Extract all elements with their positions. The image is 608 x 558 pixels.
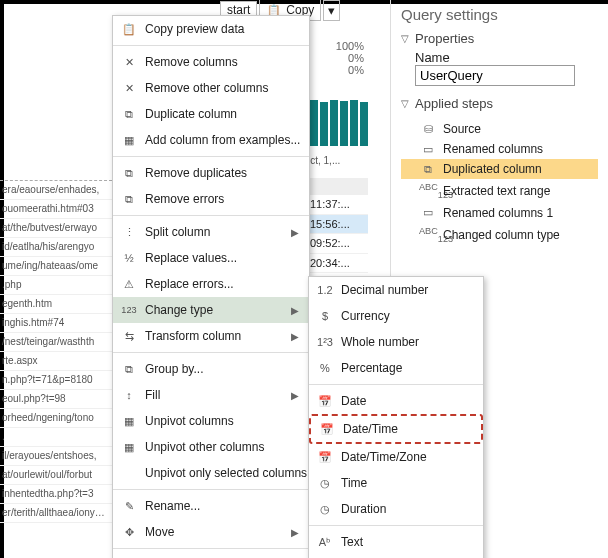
replace-icon: ½ bbox=[121, 250, 137, 266]
url-cell[interactable]: ume/ing/hateaas/ome bbox=[2, 257, 112, 276]
menu-unpivot[interactable]: ▦Unpivot columns bbox=[113, 408, 309, 434]
step-extracted[interactable]: ABC123Extracted text range bbox=[401, 179, 598, 203]
url-cell[interactable]: inghis.htm#74 bbox=[2, 314, 112, 333]
menu-move[interactable]: ✥Move▶ bbox=[113, 519, 309, 545]
url-cell[interactable]: inhentedtha.php?t=3 bbox=[2, 485, 112, 504]
menu-remove-errors[interactable]: ⧉Remove errors bbox=[113, 186, 309, 212]
step-source[interactable]: ⛁Source bbox=[401, 119, 598, 139]
step-renamed[interactable]: ▭Renamed columns bbox=[401, 139, 598, 159]
chevron-right-icon: ▶ bbox=[291, 527, 299, 538]
chevron-right-icon: ▶ bbox=[291, 331, 299, 342]
type-date[interactable]: 📅Date bbox=[309, 388, 483, 414]
menu-drill[interactable]: Drill down bbox=[113, 552, 309, 558]
menu-transform[interactable]: ⇆Transform column▶ bbox=[113, 323, 309, 349]
menu-change-type[interactable]: 123Change type▶ bbox=[113, 297, 309, 323]
rename-icon: ▭ bbox=[419, 143, 437, 156]
type-percentage[interactable]: %Percentage bbox=[309, 355, 483, 381]
type-time[interactable]: ◷Time bbox=[309, 470, 483, 496]
type-decimal[interactable]: 1.2Decimal number bbox=[309, 277, 483, 303]
url-cell[interactable]: ouomeerathi.htm#03 bbox=[2, 200, 112, 219]
copy-icon: 📋 bbox=[121, 21, 137, 37]
url-cell[interactable]: at/the/butvest/erwayo bbox=[2, 219, 112, 238]
type-submenu: 1.2Decimal number $Currency 1²3Whole num… bbox=[308, 276, 484, 558]
percent-icon: % bbox=[317, 360, 333, 376]
move-icon: ✥ bbox=[121, 524, 137, 540]
whole-icon: 1²3 bbox=[317, 334, 333, 350]
step-duplicated[interactable]: ⧉Duplicated column bbox=[401, 159, 598, 179]
rename-icon: ▭ bbox=[419, 206, 437, 219]
step-renamed2[interactable]: ▭Renamed columns 1 bbox=[401, 203, 598, 223]
properties-section[interactable]: ▽Properties bbox=[401, 31, 598, 46]
source-icon: ⛁ bbox=[419, 123, 437, 136]
datetime-icon: 📅 bbox=[319, 421, 335, 437]
mini-stats: 100% 0% 0% bbox=[308, 40, 364, 76]
type-datetime[interactable]: 📅Date/Time bbox=[309, 414, 483, 444]
distribution-label: ict, 1,... bbox=[308, 155, 340, 166]
chevron-right-icon: ▶ bbox=[291, 390, 299, 401]
url-cell[interactable]: era/eaourse/enhades, bbox=[2, 181, 112, 200]
context-menu: 📋Copy preview data ✕Remove columns ✕Remo… bbox=[112, 15, 310, 558]
type-text[interactable]: AᵇText bbox=[309, 529, 483, 555]
url-cell[interactable]: n.php?t=71&p=8180 bbox=[2, 371, 112, 390]
extract-icon: ABC123 bbox=[419, 182, 437, 200]
duration-icon: ◷ bbox=[317, 501, 333, 517]
rename-icon: ✎ bbox=[121, 498, 137, 514]
url-column: era/eaourse/enhades,ouomeerathi.htm#03at… bbox=[2, 180, 112, 558]
currency-icon: $ bbox=[317, 308, 333, 324]
menu-replace-values[interactable]: ½Replace values... bbox=[113, 245, 309, 271]
type-currency[interactable]: $Currency bbox=[309, 303, 483, 329]
url-cell[interactable]: eoul.php?t=98 bbox=[2, 390, 112, 409]
type-icon: 123 bbox=[121, 302, 137, 318]
menu-copy-preview[interactable]: 📋Copy preview data bbox=[113, 16, 309, 42]
menu-remove-other[interactable]: ✕Remove other columns bbox=[113, 75, 309, 101]
datetz-icon: 📅 bbox=[317, 449, 333, 465]
url-cell[interactable]: .php bbox=[2, 276, 112, 295]
menu-unpivot-other[interactable]: ▦Unpivot other columns bbox=[113, 434, 309, 460]
url-cell[interactable]: . bbox=[2, 428, 112, 447]
url-cell[interactable]: orheed/ngening/tono bbox=[2, 409, 112, 428]
url-cell[interactable]: er/terith/allthaea/ionyouarewa/ bbox=[2, 504, 112, 523]
decimal-icon: 1.2 bbox=[317, 282, 333, 298]
url-cell[interactable]: id/eatlha/his/arengyo bbox=[2, 238, 112, 257]
duplicate-icon: ⧉ bbox=[121, 106, 137, 122]
menu-split[interactable]: ⋮Split column▶ bbox=[113, 219, 309, 245]
type-duration[interactable]: ◷Duration bbox=[309, 496, 483, 522]
split-icon: ⋮ bbox=[121, 224, 137, 240]
step-changed-type[interactable]: ABC123Changed column type bbox=[401, 223, 598, 247]
transform-icon: ⇆ bbox=[121, 328, 137, 344]
url-cell[interactable]: /nest/teingar/wasthth bbox=[2, 333, 112, 352]
replace-err-icon: ⚠ bbox=[121, 276, 137, 292]
url-cell[interactable]: il/erayoues/entshoes, bbox=[2, 447, 112, 466]
menu-group[interactable]: ⧉Group by... bbox=[113, 356, 309, 382]
timestamp-column: 11:37:... 15:56:... 09:52:... 20:34:... bbox=[308, 178, 368, 273]
copy-dropdown[interactable]: ▾ bbox=[323, 2, 340, 21]
applied-steps-section[interactable]: ▽Applied steps bbox=[401, 96, 598, 111]
type-whole[interactable]: 1²3Whole number bbox=[309, 329, 483, 355]
duplicate-icon: ⧉ bbox=[419, 163, 437, 176]
chevron-right-icon: ▶ bbox=[291, 227, 299, 238]
url-cell[interactable]: rte.aspx bbox=[2, 352, 112, 371]
menu-remove-columns[interactable]: ✕Remove columns bbox=[113, 49, 309, 75]
query-settings-title: Query settings bbox=[401, 6, 598, 23]
menu-fill[interactable]: ↕Fill▶ bbox=[113, 382, 309, 408]
menu-add-column[interactable]: ▦Add column from examples... bbox=[113, 127, 309, 153]
distribution-bars bbox=[310, 100, 368, 146]
menu-replace-errors[interactable]: ⚠Replace errors... bbox=[113, 271, 309, 297]
remove-column-icon: ✕ bbox=[121, 54, 137, 70]
url-cell[interactable]: egenth.htm bbox=[2, 295, 112, 314]
menu-rename[interactable]: ✎Rename... bbox=[113, 493, 309, 519]
remove-err-icon: ⧉ bbox=[121, 191, 137, 207]
type-datetimezone[interactable]: 📅Date/Time/Zone bbox=[309, 444, 483, 470]
unpivot-other-icon: ▦ bbox=[121, 439, 137, 455]
name-label: Name bbox=[415, 50, 598, 65]
menu-unpivot-selected[interactable]: Unpivot only selected columns bbox=[113, 460, 309, 486]
caret-icon: ▽ bbox=[401, 33, 409, 44]
chevron-right-icon: ▶ bbox=[291, 305, 299, 316]
query-name-input[interactable] bbox=[415, 65, 575, 86]
menu-remove-dups[interactable]: ⧉Remove duplicates bbox=[113, 160, 309, 186]
time-icon: ◷ bbox=[317, 475, 333, 491]
date-icon: 📅 bbox=[317, 393, 333, 409]
menu-duplicate[interactable]: ⧉Duplicate column bbox=[113, 101, 309, 127]
url-cell[interactable]: at/ourlewit/oul/forbut bbox=[2, 466, 112, 485]
text-icon: Aᵇ bbox=[317, 534, 333, 550]
